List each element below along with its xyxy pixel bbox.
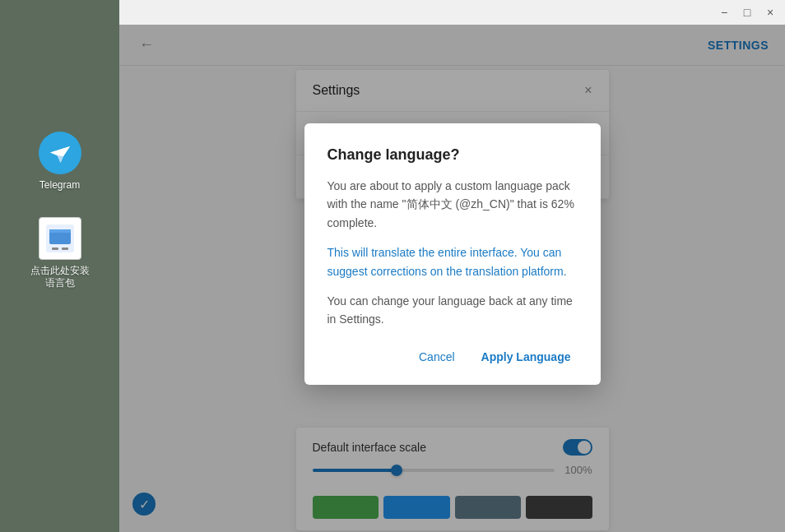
langpack-desktop-icon[interactable]: 点击此处安装 语言包 bbox=[30, 217, 90, 290]
change-language-dialog: Change language? You are about to apply … bbox=[304, 123, 601, 385]
svg-rect-5 bbox=[62, 247, 68, 250]
langpack-icon-wrap bbox=[39, 217, 81, 260]
change-language-para2: This will translate the entire interface… bbox=[327, 243, 578, 280]
telegram-svg-icon bbox=[47, 140, 73, 166]
svg-rect-3 bbox=[49, 229, 71, 233]
langpack-icon-label: 点击此处安装 语言包 bbox=[30, 265, 90, 290]
settings-panel: ← SETTINGS Settings × 文 Language English bbox=[119, 25, 785, 532]
minimize-button[interactable]: − bbox=[716, 4, 732, 21]
telegram-icon-wrap bbox=[39, 132, 81, 174]
svg-rect-4 bbox=[52, 247, 58, 250]
para2-suffix: . bbox=[564, 265, 567, 278]
app-content: ← SETTINGS Settings × 文 Language English bbox=[119, 25, 785, 532]
para1-text: You are about to apply a custom language… bbox=[327, 179, 574, 229]
change-language-para1: You are about to apply a custom language… bbox=[327, 177, 578, 232]
translation-platform-link[interactable]: translation platform bbox=[466, 265, 564, 278]
apply-language-button[interactable]: Apply Language bbox=[475, 345, 578, 368]
telegram-desktop-icon[interactable]: Telegram bbox=[39, 132, 81, 192]
cancel-button[interactable]: Cancel bbox=[412, 345, 462, 368]
close-button[interactable]: × bbox=[762, 4, 778, 21]
desktop-sidebar: Telegram 点击此处安装 语言包 bbox=[0, 0, 119, 532]
modal-overlay: Change language? You are about to apply … bbox=[119, 25, 785, 532]
change-language-dialog-title: Change language? bbox=[327, 146, 578, 164]
change-language-para3: You can change your language back at any… bbox=[327, 292, 578, 329]
main-window: − □ × ← SETTINGS Settings × 文 Langu bbox=[119, 0, 785, 532]
maximize-button[interactable]: □ bbox=[739, 4, 755, 21]
langpack-svg-icon bbox=[46, 224, 74, 252]
dialog-buttons: Cancel Apply Language bbox=[327, 345, 578, 368]
title-bar: − □ × bbox=[119, 0, 785, 25]
telegram-icon-label: Telegram bbox=[39, 179, 80, 192]
